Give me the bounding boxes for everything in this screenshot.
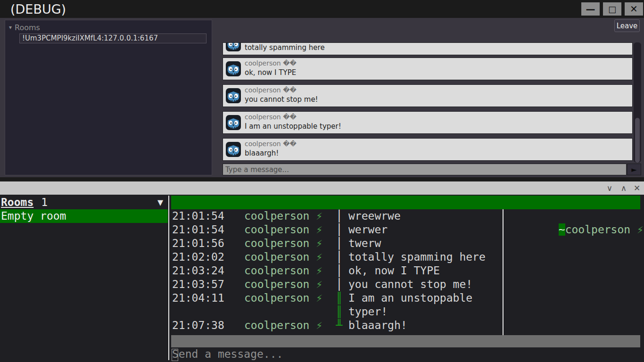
column-separator: │ [336,250,343,264]
rooms-panel: ▾Rooms !Um3PCMPI9kziIXMfL4:127.0.0.1:616… [5,20,212,175]
window-title: (DEBUG) [10,2,66,16]
message-text: blaaargh! [245,149,279,157]
userlist-nickname: coolperson [565,223,630,236]
maximize-button[interactable]: □ [603,2,621,16]
timestamp [171,305,244,319]
terminal-message-input[interactable]: Send a message... [172,347,283,361]
message-text: I am an unstoppable typer! [245,122,341,131]
chat-line: 21:07:38coolperson ⚡╨blaaargh! [171,319,511,332]
rooms-list-title: Rooms [1,196,33,208]
chat-line: 21:01:54coolperson ⚡│werwer [171,223,511,237]
chevron-up-icon: ∧ [621,183,627,193]
message-username: coolperson �� [245,59,297,67]
timestamp: 21:07:38 [171,319,244,332]
chat-message: wreewrwe [343,209,401,223]
timestamp: 21:03:24 [171,264,244,278]
message-input[interactable] [223,164,627,175]
nickname: coolperson [244,264,309,277]
godot-avatar-icon [226,142,241,157]
timestamp: 21:01:54 [171,209,244,223]
nickname: coolperson [244,278,309,290]
timestamp: 21:01:56 [171,237,244,250]
nickname: coolperson [244,237,309,249]
column-separator: │ [336,223,343,237]
message-card: coolperson �� blaaargh! [223,138,633,161]
sidebar-divider [168,196,169,360]
column-separator: │ [336,264,343,278]
nickname: coolperson [244,251,309,263]
lightning-bolt-icon: ⚡ [316,292,322,304]
message-scrollbar[interactable] [634,42,641,163]
rooms-list-header[interactable]: Rooms1 ▼ [0,196,168,209]
chat-line: 21:02:02coolperson ⚡│totally spamming he… [171,250,511,264]
sidebar-item-empty-room[interactable]: Empty room [0,209,168,223]
chat-message: typer! [343,305,388,319]
chat-line: 21:03:24coolperson ⚡│ok, now I TYPE [171,264,511,278]
chat-line: ║typer! [171,305,511,319]
nickname: coolperson [244,210,309,222]
screen: (DEBUG) — □ ✕ ▾Rooms !Um3PCMPI9kziIXMfL4… [0,0,644,362]
app-titlebar: (DEBUG) — □ ✕ [0,0,644,18]
chat-line: 21:03:57coolperson ⚡│you cannot stop me! [171,278,511,291]
column-separator: │ [336,237,343,250]
userlist-entry[interactable]: ~coolperson ⚡ [506,209,644,223]
godot-avatar-icon [226,61,241,76]
nickname: coolperson [244,319,309,331]
scrollbar-mark: ║ [336,305,343,319]
lightning-bolt-icon: ⚡ [316,237,322,249]
nickname: coolperson [244,292,309,304]
scrollbar-mark: ║ [336,291,343,305]
chat-message: ok, now I TYPE [343,264,440,278]
send-button[interactable]: ► [627,164,641,175]
timestamp: 21:03:57 [171,278,244,291]
nickname: coolperson [244,223,309,236]
chat-message: twerw [343,237,381,250]
message-text: totally spamming here [245,43,325,52]
godot-avatar-icon [226,42,241,51]
close-icon: ✕ [630,3,638,15]
timestamp: 21:04:11 [171,291,244,305]
terminal-chat-area: 21:01:54coolperson ⚡│wreewrwe 21:01:54co… [171,196,640,362]
terminal-titlebar: ∨ ∧ ✕ [0,181,644,195]
chat-message: blaaargh! [343,319,407,332]
lightning-bolt-icon: ⚡ [316,251,322,263]
message-text: you cannot stop me! [245,95,318,104]
close-button[interactable]: ✕ [625,2,643,16]
text-cursor [172,349,178,361]
scrollbar-mark: ╨ [336,319,343,332]
dropdown-icon[interactable]: ▼ [157,196,163,209]
chat-message: totally spamming here [343,250,486,264]
owner-prefix: ~ [559,223,565,236]
chat-message: werwer [343,223,388,237]
message-list[interactable]: coolperson �� totally spamming here [223,42,633,163]
message-card: coolperson �� totally spamming here [223,42,633,55]
unshade-button[interactable]: ∧ [618,182,630,194]
message-card: coolperson �� you cannot stop me! [223,84,633,107]
timestamp: 21:01:54 [171,223,244,237]
terminal-body: Rooms1 ▼ Empty room 21:01:54coolperson ⚡… [0,195,644,362]
message-card: coolperson �� I am an unstoppable typer! [223,111,633,134]
send-icon: ► [631,165,637,174]
room-topic-bar [171,196,640,209]
column-separator: │ [336,278,343,291]
app-content: ▾Rooms !Um3PCMPI9kziIXMfL4:127.0.0.1:616… [0,18,644,181]
userlist-divider [503,209,504,336]
room-tree-item[interactable]: !Um3PCMPI9kziIXMfL4:127.0.0.1:6167 [19,33,206,43]
lightning-bolt-icon: ⚡ [637,223,644,236]
scrollbar-thumb[interactable] [635,118,640,163]
lightning-bolt-icon: ⚡ [316,278,322,290]
shade-button[interactable]: ∨ [603,182,616,194]
message-username: coolperson �� [245,140,297,148]
chat-log[interactable]: 21:01:54coolperson ⚡│wreewrwe 21:01:54co… [171,209,511,332]
rooms-tree-label: Rooms [15,23,40,32]
message-username: coolperson �� [245,113,297,121]
chat-message: you cannot stop me! [343,278,472,291]
chat-message: I am an unstoppable [343,291,472,305]
tree-collapse-icon[interactable]: ▾ [9,24,12,31]
terminal-close-button[interactable]: ✕ [631,182,643,194]
minimize-button[interactable]: — [581,2,600,16]
rooms-tree-header[interactable]: ▾Rooms [9,23,40,32]
leave-button[interactable]: Leave [614,19,640,32]
maximize-icon: □ [608,4,616,14]
chat-line: 21:04:11coolperson ⚡║I am an unstoppable [171,291,511,305]
